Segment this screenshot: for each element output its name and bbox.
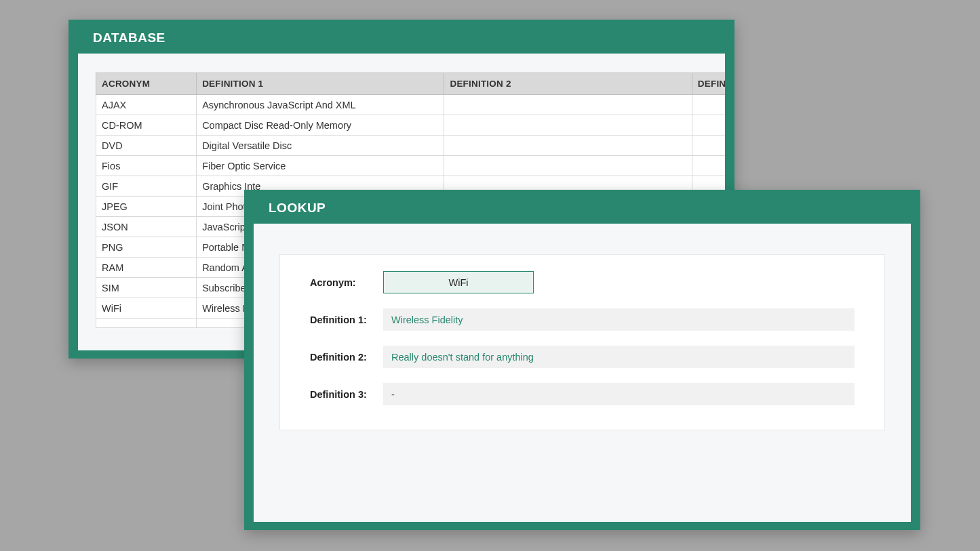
cell-acronym[interactable]: [96, 319, 197, 328]
label-acronym: Acronym:: [310, 277, 383, 288]
lookup-row-def3: Definition 3: -: [310, 383, 855, 405]
cell-def2[interactable]: [444, 95, 692, 115]
cell-def2[interactable]: [444, 156, 692, 176]
cell-acronym[interactable]: SIM: [96, 278, 197, 298]
lookup-panel: Acronym: Definition 1: Wireless Fidelity…: [279, 254, 885, 430]
output-definition-3: -: [383, 383, 855, 405]
acronym-input[interactable]: [383, 271, 534, 293]
cell-def3[interactable]: [692, 95, 725, 115]
label-definition-2: Definition 2:: [310, 352, 383, 363]
table-row[interactable]: CD-ROMCompact Disc Read-Only Memory: [96, 115, 726, 136]
label-definition-1: Definition 1:: [310, 314, 383, 325]
table-row[interactable]: AJAXAsynchronous JavaScript And XML: [96, 95, 726, 115]
cell-def3[interactable]: [692, 156, 725, 176]
table-row[interactable]: FiosFiber Optic Service: [96, 156, 726, 176]
header-acronym[interactable]: ACRONYM: [96, 73, 197, 95]
lookup-row-def1: Definition 1: Wireless Fidelity: [310, 308, 855, 331]
cell-def1[interactable]: Compact Disc Read-Only Memory: [197, 115, 444, 136]
cell-acronym[interactable]: JSON: [96, 217, 197, 237]
table-header-row: ACRONYM DEFINITION 1 DEFINITION 2 DEFINI…: [96, 73, 726, 95]
cell-def2[interactable]: [444, 136, 692, 156]
cell-def3[interactable]: [692, 136, 725, 156]
lookup-row-acronym: Acronym:: [310, 271, 855, 293]
cell-acronym[interactable]: Fios: [96, 156, 197, 176]
cell-acronym[interactable]: JPEG: [96, 197, 197, 217]
lookup-body: Acronym: Definition 1: Wireless Fidelity…: [254, 224, 911, 522]
lookup-title: LOOKUP: [254, 199, 911, 224]
header-definition-1[interactable]: DEFINITION 1: [197, 73, 444, 95]
label-definition-3: Definition 3:: [310, 389, 383, 400]
cell-def1[interactable]: Digital Versatile Disc: [197, 136, 444, 156]
cell-acronym[interactable]: DVD: [96, 136, 197, 156]
output-definition-2: Really doesn't stand for anything: [383, 346, 855, 368]
header-definition-3[interactable]: DEFINITION: [692, 73, 725, 95]
cell-def2[interactable]: [444, 115, 692, 136]
cell-acronym[interactable]: CD-ROM: [96, 115, 197, 136]
cell-def1[interactable]: Asynchronous JavaScript And XML: [197, 95, 444, 115]
cell-acronym[interactable]: RAM: [96, 258, 197, 278]
cell-def3[interactable]: [692, 115, 725, 136]
output-definition-1: Wireless Fidelity: [383, 308, 855, 331]
cell-acronym[interactable]: PNG: [96, 237, 197, 258]
cell-acronym[interactable]: WiFi: [96, 298, 197, 319]
lookup-row-def2: Definition 2: Really doesn't stand for a…: [310, 346, 855, 368]
cell-acronym[interactable]: AJAX: [96, 95, 197, 115]
database-title: DATABASE: [78, 29, 725, 54]
lookup-card: LOOKUP Acronym: Definition 1: Wireless F…: [244, 190, 920, 530]
cell-def1[interactable]: Fiber Optic Service: [197, 156, 444, 176]
table-row[interactable]: DVDDigital Versatile Disc: [96, 136, 726, 156]
cell-acronym[interactable]: GIF: [96, 176, 197, 197]
header-definition-2[interactable]: DEFINITION 2: [444, 73, 692, 95]
